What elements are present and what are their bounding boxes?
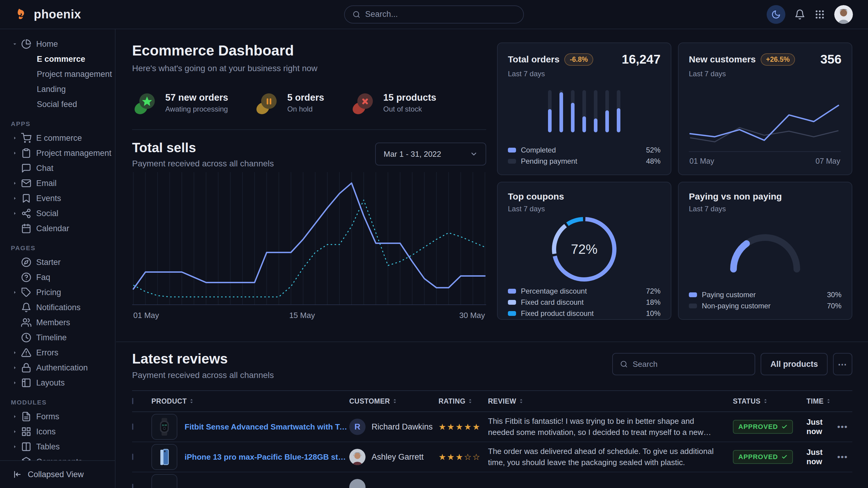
legend-row: Fixed card discount 18%: [508, 297, 660, 308]
row-actions-button[interactable]: •••: [837, 422, 848, 431]
sidebar-item-starter[interactable]: Starter: [0, 255, 115, 270]
sidebar-subitem-project-management[interactable]: Project management: [0, 67, 115, 82]
sidebar-item-forms[interactable]: Forms: [0, 409, 115, 424]
bell-icon: [795, 9, 805, 20]
sidebar-item-e-commerce[interactable]: E commerce: [0, 131, 115, 145]
sidebar-item-label: Layouts: [36, 378, 65, 388]
lock-icon: [21, 363, 31, 373]
status-badge: APPROVED: [733, 420, 793, 434]
product-thumbnail[interactable]: [151, 444, 177, 470]
sidebar-item-pricing[interactable]: Pricing: [0, 285, 115, 300]
paying-card: Paying vs non paying Last 7 days Paying …: [678, 182, 852, 320]
column-header-product[interactable]: PRODUCT: [151, 397, 349, 405]
sidebar-item-icons[interactable]: Icons: [0, 424, 115, 439]
sidebar-item-email[interactable]: Email: [0, 176, 115, 191]
review-time: Just now: [806, 418, 837, 436]
column-header-rating[interactable]: RATING: [438, 397, 488, 405]
order-bar: [559, 90, 563, 132]
reviews-search[interactable]: [612, 353, 755, 375]
sidebar-item-chat[interactable]: Chat: [0, 161, 115, 176]
sidebar-item-notifications[interactable]: Notifications: [0, 300, 115, 315]
top-coupons-card: Top coupons Last 7 days 72% Percentage d…: [497, 182, 671, 320]
caret-down-icon: [11, 41, 18, 47]
row-checkbox[interactable]: [132, 454, 133, 460]
columns-icon: [21, 442, 31, 452]
sidebar-subitem-landing[interactable]: Landing: [0, 82, 115, 97]
svg-text:01 May: 01 May: [133, 311, 159, 320]
divider: [132, 129, 486, 130]
total-sells-chart: 01 May 15 May 30 May: [132, 170, 486, 322]
all-products-button[interactable]: All products: [761, 353, 828, 375]
select-all-checkbox[interactable]: [132, 398, 133, 404]
sidebar-item-social[interactable]: Social: [0, 206, 115, 221]
global-search[interactable]: [344, 5, 524, 24]
reviews-table: PRODUCT CUSTOMER RATING REVIEW STATUS TI…: [132, 390, 852, 488]
sidebar-item-tables[interactable]: Tables: [0, 439, 115, 454]
product-link[interactable]: iPhone 13 pro max-Pacific Blue-128GB sto…: [185, 452, 349, 462]
product-thumbnail[interactable]: 11:19: [151, 414, 177, 440]
sidebar-item-label: Errors: [36, 348, 59, 357]
sidebar-item-errors[interactable]: Errors: [0, 345, 115, 360]
sidebar-item-label: Project management: [36, 149, 111, 158]
legend-row: Pending payment 48%: [508, 156, 660, 167]
user-avatar[interactable]: [834, 5, 853, 24]
latest-reviews-section: Latest reviews Payment received across a…: [132, 342, 852, 488]
product-thumbnail[interactable]: [151, 474, 177, 488]
sidebar-item-calendar[interactable]: Calendar: [0, 221, 115, 236]
check-icon: [781, 424, 787, 430]
sidebar-item-timeline[interactable]: Timeline: [0, 330, 115, 345]
caret-right-icon: [11, 364, 18, 371]
reviews-search-input[interactable]: [633, 360, 748, 369]
column-header-customer[interactable]: CUSTOMER: [349, 397, 438, 405]
tag-icon: [21, 287, 31, 297]
sidebar-item-label: Authentication: [36, 363, 88, 372]
stat-value: 15 products: [383, 92, 436, 103]
row-actions-button[interactable]: •••: [837, 452, 848, 461]
notifications-button[interactable]: [795, 9, 805, 20]
stat-caption: Awating processing: [165, 105, 228, 113]
stat-caption: On hold: [287, 105, 324, 113]
column-header-review[interactable]: REVIEW: [488, 397, 733, 405]
sidebar-item-faq[interactable]: Faq: [0, 270, 115, 285]
app-root: phoenix: [0, 0, 868, 488]
new-customers-chart: 01 May 07 May: [689, 78, 841, 167]
legend-row: Non-paying customer 70%: [689, 300, 841, 312]
row-checkbox[interactable]: [132, 423, 133, 430]
date-range-select[interactable]: Mar 1 - 31, 2022: [375, 142, 486, 165]
sidebar-item-home[interactable]: Home: [0, 36, 115, 52]
sidebar-item-label: Tables: [36, 442, 60, 452]
orders-bar-chart: [548, 90, 620, 132]
sidebar-subitem-social-feed[interactable]: Social feed: [0, 97, 115, 112]
stat-value: 5 orders: [287, 92, 324, 103]
sort-icon: [189, 398, 194, 404]
legend-value: 72%: [646, 287, 660, 295]
caret-right-icon: [11, 289, 18, 296]
card-title: Top coupons: [508, 191, 564, 202]
sidebar-item-events[interactable]: Events: [0, 191, 115, 206]
collapse-sidebar-button[interactable]: Collapsed View: [0, 460, 115, 488]
brand-logo[interactable]: phoenix: [15, 7, 81, 22]
row-checkbox[interactable]: [132, 484, 133, 488]
sidebar-item-layouts[interactable]: Layouts: [0, 375, 115, 390]
theme-toggle-button[interactable]: [767, 5, 785, 24]
review-text: This Fitbit is fantastic! I was trying t…: [488, 416, 733, 438]
status-badge: APPROVED: [733, 450, 793, 464]
sidebar-item-members[interactable]: Members: [0, 315, 115, 330]
avatar-photo: [834, 5, 853, 24]
package-icon: [21, 457, 31, 460]
more-options-button[interactable]: ⋯: [833, 353, 852, 375]
global-search-input[interactable]: [365, 10, 516, 19]
collapse-arrow-icon: [13, 470, 22, 479]
chevron-down-icon: [470, 150, 478, 158]
apps-menu-button[interactable]: [814, 9, 825, 20]
sidebar-item-project-management[interactable]: Project management: [0, 145, 115, 161]
product-link[interactable]: Fitbit Sense Advanced Smartwatch with To…: [185, 422, 349, 432]
sidebar-item-components[interactable]: Components: [0, 454, 115, 460]
column-header-status[interactable]: STATUS: [733, 397, 806, 405]
review-row: 11:19 Fitbit Sense Advanced Smartwatch w…: [132, 412, 852, 442]
card-period: Last 7 days: [508, 70, 660, 78]
column-header-time[interactable]: TIME: [806, 397, 837, 405]
sidebar-subitem-e-commerce[interactable]: E commerce: [0, 52, 115, 67]
users-icon: [21, 317, 31, 328]
sidebar-item-authentication[interactable]: Authentication: [0, 360, 115, 375]
